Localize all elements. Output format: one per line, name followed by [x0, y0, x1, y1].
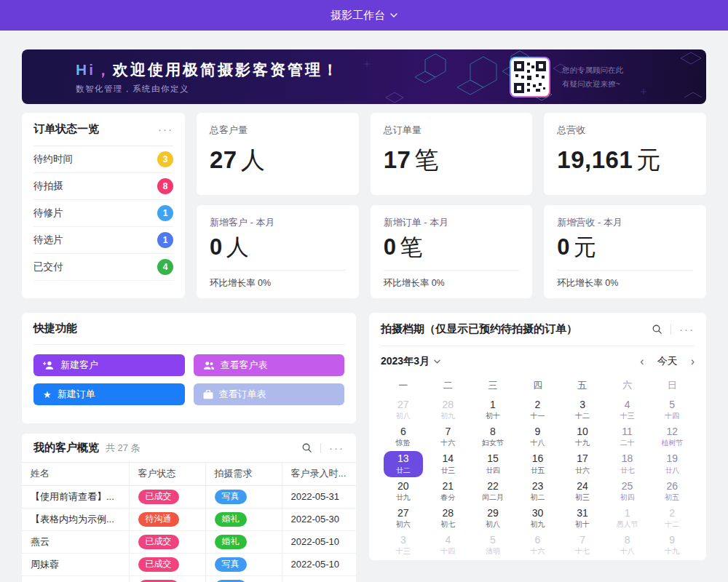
calendar-day[interactable]: 9十八 — [515, 423, 561, 450]
quick-action-view-customers[interactable]: 查看客户表 — [194, 354, 345, 376]
day-lunar: 廿七 — [611, 466, 644, 475]
calendar-day[interactable]: 13廿二 — [381, 450, 426, 477]
calendar-day[interactable]: 25初四 — [605, 478, 650, 505]
order-status-item[interactable]: 待约时间3 — [33, 146, 173, 173]
calendar-day[interactable]: 27初六 — [381, 505, 426, 532]
calendar-day[interactable]: 6十六 — [515, 532, 561, 559]
qr-caption: 您的专属顾问在此 有疑问欢迎来撩~ — [562, 63, 623, 91]
search-icon[interactable] — [301, 442, 312, 453]
order-status-list: 待约时间3待拍摄8待修片1待选片1已交付4 — [33, 146, 173, 281]
schedule-title: 拍摄档期（仅显示已预约待拍摄的订单） — [381, 322, 577, 336]
calendar-day[interactable]: 5清明 — [470, 532, 515, 559]
day-number: 31 — [566, 506, 599, 519]
calendar-day[interactable]: 4十三 — [605, 396, 650, 423]
stat-value: 0人 — [210, 232, 346, 263]
column-header: 客户状态 — [129, 463, 205, 485]
order-status-item[interactable]: 已交付4 — [33, 254, 173, 281]
day-number: 28 — [431, 398, 464, 411]
order-status-item[interactable]: 待选片1 — [33, 227, 173, 254]
day-number: 9 — [655, 533, 689, 546]
shoot-need-cell: 写真 — [205, 485, 282, 508]
calendar-day[interactable]: 7十六 — [426, 423, 471, 450]
day-number: 20 — [387, 479, 420, 493]
quick-action-new-order[interactable]: ★新建订单 — [33, 383, 185, 405]
calendar-day[interactable]: 10十九 — [560, 423, 605, 450]
calendar-day[interactable]: 5十四 — [649, 396, 695, 423]
calendar-day[interactable]: 28初九 — [426, 396, 471, 423]
quick-action-view-orders[interactable]: 查看订单表 — [194, 383, 345, 405]
more-actions-icon[interactable]: ··· — [158, 124, 173, 135]
day-number: 5 — [655, 398, 689, 411]
day-lunar: 十六 — [521, 546, 554, 556]
calendar-day[interactable]: 9十九 — [649, 532, 695, 559]
table-row[interactable]: 【表格内均为示例...待沟通婚礼2022-05-30 — [22, 508, 356, 530]
need-badge: 写真 — [215, 580, 247, 582]
day-number: 11 — [611, 425, 644, 438]
calendar-day[interactable]: 12植树节 — [649, 423, 695, 450]
calendar-day[interactable]: 23初二 — [515, 478, 561, 505]
calendar-day[interactable]: 20廿九 — [381, 478, 426, 505]
calendar-day[interactable]: 28初七 — [426, 505, 471, 532]
stat-value: 0笔 — [384, 232, 520, 263]
today-button[interactable]: 今天 — [657, 355, 678, 368]
calendar-day[interactable]: 22闰二月 — [470, 478, 515, 505]
calendar-day[interactable]: 27初八 — [381, 396, 426, 423]
table-row[interactable]: 燕云已成交婚礼2022-05-10 — [22, 530, 356, 553]
status-label: 待修片 — [33, 207, 63, 220]
calendar-day[interactable]: 19廿八 — [649, 450, 695, 477]
calendar-day[interactable]: 24初三 — [560, 478, 605, 505]
calendar-day[interactable]: 26初五 — [649, 478, 695, 505]
day-number: 8 — [476, 425, 510, 438]
day-number: 10 — [566, 425, 599, 438]
calendar-day[interactable]: 1愚人节 — [605, 505, 650, 532]
day-lunar: 十四 — [431, 546, 464, 556]
calendar-day[interactable]: 14廿三 — [426, 450, 471, 477]
quick-action-new-customer[interactable]: 新建客户 — [33, 354, 185, 376]
calendar-day[interactable]: 7十七 — [560, 532, 605, 559]
app-switcher[interactable]: 摄影工作台 — [331, 9, 397, 23]
status-badge: 已成交 — [138, 490, 179, 504]
day-number: 30 — [521, 506, 554, 519]
calendar-day[interactable]: 3十三 — [381, 532, 426, 559]
day-lunar: 初六 — [387, 519, 420, 529]
day-lunar: 春分 — [431, 493, 464, 502]
calendar-day[interactable]: 8十八 — [605, 532, 650, 559]
calendar-day[interactable]: 30初九 — [515, 505, 561, 532]
search-icon[interactable] — [652, 324, 662, 335]
more-actions-icon[interactable]: ··· — [679, 324, 695, 335]
calendar-day[interactable]: 21春分 — [426, 478, 471, 505]
day-number: 3 — [387, 533, 420, 546]
table-row[interactable]: 周妹蓉已成交写真2022-05-10 — [22, 553, 356, 575]
day-lunar: 廿四 — [476, 466, 510, 475]
calendar-day[interactable]: 11二十 — [605, 423, 650, 450]
stat-card-total-orders: 总订单量 17笔 — [371, 113, 533, 195]
qr-pattern — [514, 61, 546, 93]
calendar-day[interactable]: 4十四 — [426, 532, 471, 559]
prev-month-button[interactable]: ‹ — [640, 356, 644, 367]
order-status-item[interactable]: 待拍摄8 — [33, 173, 173, 200]
customer-name: 【表格内均为示例... — [22, 508, 129, 530]
calendar-day[interactable]: 3十二 — [560, 396, 605, 423]
calendar-day[interactable]: 29初八 — [470, 505, 515, 532]
table-row[interactable]: 【使用前请查看】...已成交写真2022-05-31 — [22, 485, 356, 508]
qr-caption-line2: 有疑问欢迎来撩~ — [562, 77, 623, 91]
table-row[interactable]: 已成交写真 — [22, 575, 356, 582]
calendar-day[interactable]: 18廿七 — [605, 450, 650, 477]
calendar-day[interactable]: 31初十 — [560, 505, 605, 532]
calendar-day[interactable]: 2十二 — [649, 505, 695, 532]
calendar-day[interactable]: 1初十 — [470, 396, 515, 423]
chevron-down-icon — [390, 13, 397, 17]
lower-grid: 快捷功能 新建客户查看客户表★新建订单查看订单表 我的客户概览共 27 条 ··… — [22, 313, 706, 582]
next-month-button[interactable]: › — [691, 356, 695, 367]
day-lunar: 廿九 — [387, 493, 420, 502]
calendar-day[interactable]: 17廿六 — [560, 450, 605, 477]
calendar-day[interactable]: 2十一 — [515, 396, 561, 423]
more-actions-icon[interactable]: ··· — [329, 442, 344, 453]
calendar-day[interactable]: 16廿五 — [515, 450, 561, 477]
month-selector[interactable]: 2023年3月 — [381, 355, 440, 368]
calendar-day[interactable]: 15廿四 — [470, 450, 515, 477]
order-status-item[interactable]: 待修片1 — [33, 200, 173, 227]
stat-card-total-customers: 总客户量 27人 — [197, 113, 359, 195]
calendar-day[interactable]: 6惊蛰 — [381, 423, 426, 450]
calendar-day[interactable]: 8妇女节 — [470, 423, 515, 450]
